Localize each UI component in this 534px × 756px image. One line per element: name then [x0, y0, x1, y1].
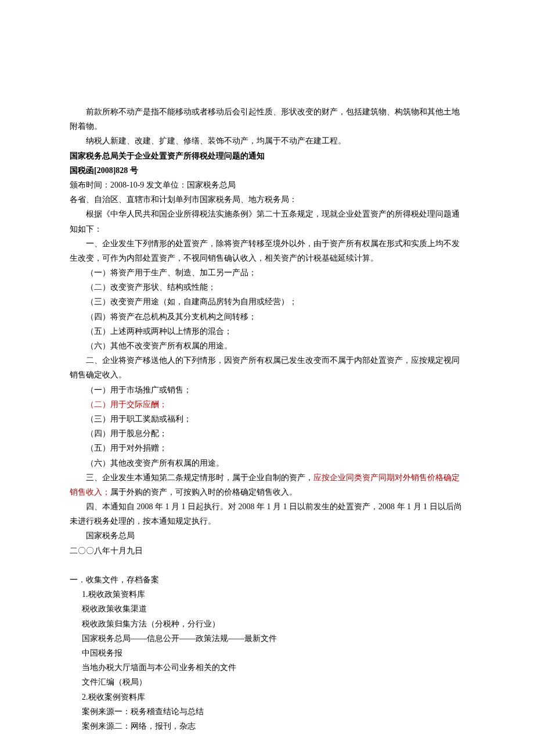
outline-i9: 案例来源一：税务稽查结论与总结	[70, 704, 464, 719]
s2-item2: （二）用于交际应酬；	[70, 397, 464, 412]
s2-item5: （五）用于对外捐赠；	[70, 441, 464, 455]
outline-i10: 案例来源二：网络，报刊，杂志	[70, 719, 464, 733]
s3-post: 属于外购的资产，可按购入时的价格确定销售收入。	[110, 488, 297, 496]
s2-item4: （四）用于股息分配；	[70, 426, 464, 441]
document-page: 前款所称不动产是指不能移动或者移动后会引起性质、形状改变的财产，包括建筑物、构筑…	[0, 0, 534, 756]
section2-head: 二、企业将资产移送他人的下列情形，因资产所有权属已发生改变而不属于内部处置资产，…	[70, 353, 464, 382]
notice-title: 国家税务总局关于企业处置资产所得税处理问题的通知	[70, 149, 464, 163]
outline-h1: 一．收集文件，存档备案	[70, 573, 464, 587]
outline-i2: 税收政策收集渠道	[70, 602, 464, 616]
notice-sign: 国家税务总局	[70, 528, 464, 543]
intro-p1: 前款所称不动产是指不能移动或者移动后会引起性质、形状改变的财产，包括建筑物、构筑…	[70, 105, 464, 134]
notice-addressee: 各省、自治区、直辖市和计划单列市国家税务局、地方税务局：	[70, 192, 464, 207]
s2-item6: （六）其他改变资产所有权属的用途。	[70, 456, 464, 470]
section3: 三、企业发生本通知第二条规定情形时，属于企业自制的资产，应按企业同类资产同期对外…	[70, 470, 464, 499]
outline-i8: 2.税收案例资料库	[70, 690, 464, 704]
outline-i1: 1.税收政策资料库	[70, 587, 464, 602]
s2-item1: （一）用于市场推广或销售；	[70, 383, 464, 397]
notice-meta: 颁布时间：2008-10-9 发文单位：国家税务总局	[70, 178, 464, 192]
section1-head: 一、企业发生下列情形的处置资产，除将资产转移至境外以外，由于资产所有权属在形式和…	[70, 236, 464, 265]
s3-pre: 三、企业发生本通知第二条规定情形时，属于企业自制的资产，	[86, 473, 313, 482]
section4: 四、本通知自 2008 年 1 月 1 日起执行。对 2008 年 1 月 1 …	[70, 499, 464, 528]
notice-date: 二〇〇八年十月九日	[70, 543, 464, 558]
outline-i3: 税收政策归集方法（分税种，分行业）	[70, 617, 464, 631]
s1-item2: （二）改变资产形状、结构或性能；	[70, 280, 464, 294]
notice-p1: 根据《中华人民共和国企业所得税法实施条例》第二十五条规定，现就企业处置资产的所得…	[70, 207, 464, 236]
s1-item3: （三）改变资产用途（如，自建商品房转为自用或经营）；	[70, 294, 464, 309]
s2-item3: （三）用于职工奖励或福利；	[70, 412, 464, 426]
outline-i5: 中国税务报	[70, 646, 464, 660]
s1-item1: （一）将资产用于生产、制造、加工另一产品；	[70, 265, 464, 280]
outline-i4: 国家税务总局——信息公开——政策法规——最新文件	[70, 631, 464, 646]
outline-i7: 文件汇编（税局）	[70, 675, 464, 689]
s1-item6: （六）其他不改变资产所有权属的用途。	[70, 339, 464, 353]
notice-docno: 国税函[2008]828 号	[70, 163, 464, 178]
intro-p2: 纳税人新建、改建、扩建、修缮、装饰不动产，均属于不动产在建工程。	[70, 134, 464, 148]
s1-item5: （五）上述两种或两种以上情形的混合；	[70, 324, 464, 339]
outline-i6: 当地办税大厅墙面与本公司业务相关的文件	[70, 660, 464, 675]
s1-item4: （四）将资产在总机构及其分支机构之间转移；	[70, 309, 464, 324]
